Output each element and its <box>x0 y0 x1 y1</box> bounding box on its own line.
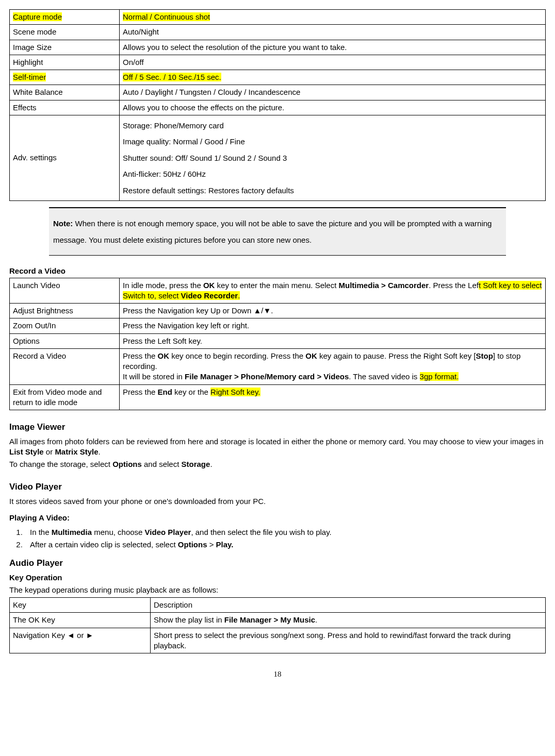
playing-video-steps: In the Multimedia menu, choose Video Pla… <box>25 527 546 550</box>
table-row: Options Press the Left Soft key. <box>10 333 546 348</box>
cell-label: Navigation Key ◄ or ► <box>10 628 151 653</box>
cell-value: Auto / Daylight / Tungsten / Cloudy / In… <box>120 85 546 100</box>
cell-label: Adjust Brightness <box>10 304 120 318</box>
cell-value: In idle mode, press the OK key to enter … <box>120 278 546 304</box>
cell-value: Allows you to choose the effects on the … <box>120 100 546 115</box>
note-box: Note: When there is not enough memory sp… <box>49 207 506 256</box>
record-video-heading: Record a Video <box>9 266 546 276</box>
cell-value: On/off <box>120 55 546 70</box>
cell-value: Press the OK key once to begin recording… <box>120 348 546 384</box>
adv-line: Restore default settings: Restores facto… <box>123 186 294 195</box>
cell-value: Show the play list in File Manager > My … <box>151 613 546 628</box>
note-label: Note: <box>53 219 73 228</box>
table-row: Adjust Brightness Press the Navigation k… <box>10 304 546 318</box>
table-row: Capture mode Normal / Continuous shot <box>10 10 546 25</box>
adv-line: Anti-flicker: 50Hz / 60Hz <box>123 170 206 178</box>
cell-label: Highlight <box>10 55 120 70</box>
table-row: Zoom Out/In Press the Navigation key lef… <box>10 318 546 333</box>
cell-value: Short press to select the previous song/… <box>151 628 546 653</box>
cell-label: Key <box>10 598 151 613</box>
cell-value: Description <box>151 598 546 613</box>
cell-label: Options <box>10 333 120 348</box>
cell-value: Press the Left Soft key. <box>120 333 546 348</box>
record-video-table: Launch Video In idle mode, press the OK … <box>9 278 546 411</box>
table-row: Effects Allows you to choose the effects… <box>10 100 546 115</box>
cell-value: Storage: Phone/Memory card Image quality… <box>120 115 546 201</box>
adv-line: Shutter sound: Off/ Sound 1/ Sound 2 / S… <box>123 154 287 162</box>
table-row: Image Size Allows you to select the reso… <box>10 40 546 55</box>
list-item: After a certain video clip is selected, … <box>25 540 546 550</box>
adv-line: Image quality: Normal / Good / Fine <box>123 137 245 146</box>
adv-line: Storage: Phone/Memory card <box>123 121 224 130</box>
cell-label: Zoom Out/In <box>10 318 120 333</box>
table-row: White Balance Auto / Daylight / Tungsten… <box>10 85 546 100</box>
table-row: Record a Video Press the OK key once to … <box>10 348 546 384</box>
list-item: In the Multimedia menu, choose Video Pla… <box>25 527 546 537</box>
cell-value: Off / 5 Sec. / 10 Sec./15 sec. <box>123 73 221 81</box>
cell-label: Capture mode <box>13 12 62 21</box>
cell-label: Exit from Video mode and return to idle … <box>10 384 120 410</box>
page-number: 18 <box>9 669 546 679</box>
cell-label: Adv. settings <box>10 115 120 201</box>
cell-label: Effects <box>10 100 120 115</box>
cell-value: Normal / Continuous shot <box>123 12 210 21</box>
key-operation-subhead: Key Operation <box>9 573 546 583</box>
audio-player-intro: The keypad operations during music playb… <box>9 585 546 595</box>
audio-keys-table: Key Description The OK Key Show the play… <box>9 597 546 653</box>
table-row: Key Description <box>10 598 546 613</box>
playing-video-subhead: Playing A Video: <box>9 513 546 523</box>
table-row: Launch Video In idle mode, press the OK … <box>10 278 546 304</box>
table-row: Adv. settings Storage: Phone/Memory card… <box>10 115 546 201</box>
cell-label: Self-timer <box>13 73 46 81</box>
cell-label: Scene mode <box>10 25 120 40</box>
cell-label: The OK Key <box>10 613 151 628</box>
cell-label: Launch Video <box>10 278 120 304</box>
cell-value: Press the End key or the Right Soft key. <box>120 384 546 410</box>
image-viewer-heading: Image Viewer <box>9 422 546 433</box>
video-player-heading: Video Player <box>9 481 546 493</box>
cell-value: Press the Navigation key left or right. <box>120 318 546 333</box>
audio-player-heading: Audio Player <box>9 558 546 569</box>
table-row: Exit from Video mode and return to idle … <box>10 384 546 410</box>
cell-label: White Balance <box>10 85 120 100</box>
cell-value: Press the Navigation key Up or Down ▲/▼. <box>120 304 546 318</box>
cell-value: Allows you to select the resolution of t… <box>120 40 546 55</box>
table-row: The OK Key Show the play list in File Ma… <box>10 613 546 628</box>
note-text: When there is not enough memory space, y… <box>53 219 492 244</box>
image-viewer-paragraph: To change the storage, select Options an… <box>9 459 546 469</box>
cell-value: Auto/Night <box>120 25 546 40</box>
table-row: Self-timer Off / 5 Sec. / 10 Sec./15 sec… <box>10 70 546 85</box>
table-row: Navigation Key ◄ or ► Short press to sel… <box>10 628 546 653</box>
video-player-paragraph: It stores videos saved from your phone o… <box>9 496 546 507</box>
cell-label: Record a Video <box>10 348 120 384</box>
table-row: Scene mode Auto/Night <box>10 25 546 40</box>
image-viewer-paragraph: All images from photo folders can be rev… <box>9 436 546 458</box>
table-row: Highlight On/off <box>10 55 546 70</box>
camera-settings-table: Capture mode Normal / Continuous shot Sc… <box>9 9 546 201</box>
cell-label: Image Size <box>10 40 120 55</box>
